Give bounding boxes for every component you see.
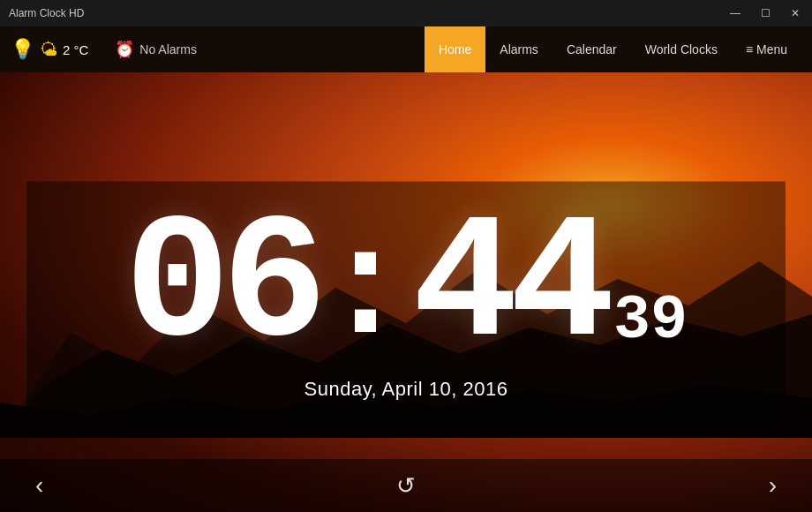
nav-menu[interactable]: ≡ Menu (732, 26, 801, 72)
close-button[interactable]: ✕ (787, 7, 803, 19)
titlebar: Alarm Clock HD — ☐ ✕ (0, 0, 812, 26)
clock-minutes: 44 (412, 207, 606, 366)
clock-display: 06 : 44 39 (124, 199, 688, 371)
nav-worldclocks[interactable]: World Clocks (631, 26, 732, 72)
clock-hours: 06 (124, 207, 319, 366)
minimize-button[interactable]: — (726, 7, 744, 19)
navbar-right: Home Alarms Calendar World Clocks ≡ Menu (425, 26, 801, 72)
main-area: 06 : 44 39 Sunday, April 10, 2016 ‹ ↺ › (0, 72, 812, 512)
nav-calendar[interactable]: Calendar (553, 26, 631, 72)
clock-date: Sunday, April 10, 2016 (304, 378, 508, 401)
clock-seconds: 39 (613, 286, 688, 356)
reset-button[interactable]: ↺ (396, 472, 416, 500)
clock-colon: : (319, 224, 412, 359)
alarm-status: No Alarms (139, 42, 197, 56)
nav-home[interactable]: Home (425, 26, 485, 72)
alarm-section: ⏰ No Alarms (115, 40, 197, 59)
clock-panel: 06 : 44 39 Sunday, April 10, 2016 (26, 181, 786, 427)
next-button[interactable]: › (760, 467, 786, 504)
window-controls: — ☐ ✕ (726, 7, 803, 19)
navbar: 💡 🌤 2 °C ⏰ No Alarms Home Alarms Calenda… (0, 26, 812, 72)
reset-container: ↺ (396, 472, 416, 500)
app-title: Alarm Clock HD (9, 7, 84, 19)
weather-info: 💡 🌤 2 °C (11, 38, 88, 61)
temperature-display: 2 °C (63, 42, 88, 57)
nav-alarms[interactable]: Alarms (485, 26, 553, 72)
alarm-icon: ⏰ (115, 40, 134, 59)
weather-icon: 💡 (11, 38, 34, 61)
maximize-button[interactable]: ☐ (757, 7, 774, 19)
navbar-left: 💡 🌤 2 °C ⏰ No Alarms (11, 38, 425, 61)
prev-button[interactable]: ‹ (26, 467, 52, 504)
weather-sun-icon: 🌤 (40, 40, 57, 60)
bottom-controls: ‹ ↺ › (0, 459, 812, 512)
